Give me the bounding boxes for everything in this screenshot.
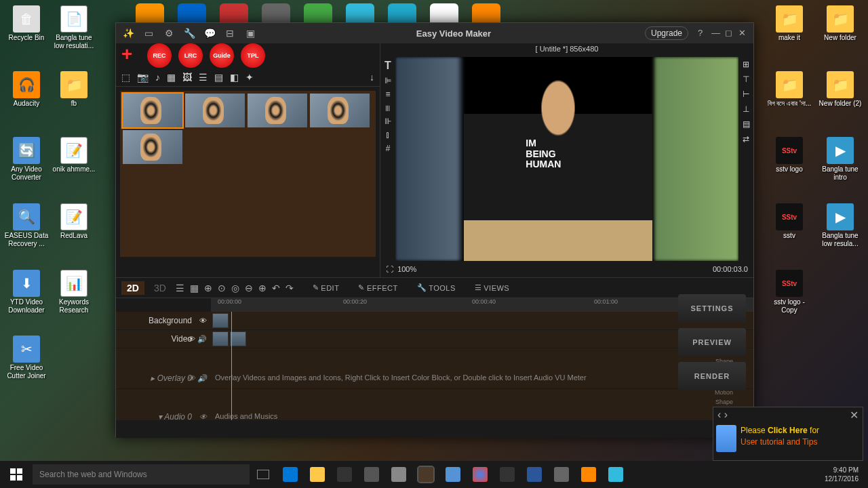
music-icon[interactable]: ♪ — [155, 72, 160, 83]
popup-prev-icon[interactable]: ‹ — [717, 409, 721, 420]
track-audio[interactable]: Audios and Musics — [211, 408, 753, 420]
list-icon[interactable]: ☰ — [199, 72, 208, 83]
media-thumb-5[interactable] — [123, 130, 182, 164]
stop-circle-icon[interactable]: ◎ — [231, 283, 239, 293]
taskbar-clock[interactable]: 9:40 PM12/17/2016 — [825, 466, 865, 483]
tb-easyvideo-icon[interactable] — [412, 461, 439, 488]
desktop-sstv[interactable]: SStvsstv — [766, 203, 812, 240]
render-button[interactable]: RENDER — [678, 362, 746, 390]
media-thumb-1[interactable] — [123, 94, 182, 127]
arrow-circle-icon[interactable]: ⊕ — [204, 283, 212, 293]
crop-icon[interactable]: ⬚ — [121, 72, 130, 83]
undo-icon[interactable]: ↶ — [272, 283, 280, 293]
edit-button[interactable]: ✎ EDIT — [313, 283, 340, 292]
camera-icon[interactable]: 📷 — [137, 72, 149, 83]
desktop-banglatune-intro[interactable]: ▶Bangla tune intro — [817, 137, 863, 182]
disk-icon[interactable]: ⊟ — [222, 25, 238, 41]
grid-view-icon[interactable]: ▦ — [190, 283, 199, 293]
help-icon[interactable]: ? — [698, 28, 709, 39]
track-video[interactable] — [211, 330, 753, 348]
tb-word-icon[interactable] — [521, 461, 548, 488]
mode-3d-button[interactable]: 3D — [150, 281, 170, 295]
tb-app7-icon[interactable] — [602, 461, 629, 488]
track-bg[interactable] — [211, 312, 753, 329]
chat-icon[interactable]: 💬 — [201, 25, 218, 41]
tb-app2-icon[interactable] — [385, 461, 412, 488]
desktop-keywords[interactable]: 📊Keywords Research — [51, 270, 97, 314]
tb-edge-icon[interactable] — [277, 461, 304, 488]
add-button[interactable]: + — [121, 46, 140, 65]
tb-app3-icon[interactable] — [439, 461, 467, 488]
popup-text[interactable]: Please Click Here for User tutorial and … — [741, 425, 819, 452]
wrench-icon[interactable]: 🔧 — [181, 25, 197, 41]
desktop-cutter[interactable]: ✂Free Video Cutter Joiner — [3, 336, 50, 380]
play-circle-icon[interactable]: ⊙ — [218, 283, 226, 293]
media-thumb-3[interactable] — [248, 94, 307, 127]
color-icon[interactable]: ◧ — [230, 72, 239, 83]
mode-2d-button[interactable]: 2D — [121, 281, 144, 295]
fullscreen-icon[interactable]: ⛶ — [386, 265, 393, 273]
views-button[interactable]: ☰ VIEWS — [475, 283, 509, 292]
tb-store-icon[interactable] — [331, 461, 358, 488]
tb-app4-icon[interactable] — [494, 461, 521, 488]
media-thumb-2[interactable] — [185, 94, 245, 127]
grid-icon[interactable]: # — [386, 144, 391, 153]
align-bottom-icon[interactable]: ⊥ — [743, 104, 749, 114]
desktop-onik[interactable]: 📝onik ahmme... — [51, 137, 97, 174]
desktop-fb[interactable]: 📁fb — [51, 71, 97, 108]
tools-button[interactable]: 🔧 TOOLS — [417, 283, 456, 292]
desktop-sstvlogo[interactable]: SStvsstv logo — [766, 137, 812, 174]
lrc-button[interactable]: LRC — [178, 43, 203, 68]
timeline-ruler[interactable]: 00:00:00 00:00:20 00:00:40 00:01:00 — [211, 298, 753, 312]
effect-button[interactable]: ✎ EFFECT — [358, 283, 397, 292]
tb-explorer-icon[interactable] — [304, 461, 331, 488]
desktop-easeus[interactable]: 🔍EASEUS Data Recovery ... — [3, 203, 50, 248]
align-h-icon[interactable]: ⫼ — [384, 103, 392, 113]
screen-icon[interactable]: ▣ — [242, 25, 258, 41]
tb-app6-icon[interactable] — [575, 461, 602, 488]
playhead[interactable] — [231, 312, 232, 420]
desktop-sstvlogo-copy[interactable]: SStvsstv logo - Copy — [766, 270, 812, 314]
eye-icon[interactable]: 👁 🔊 — [188, 335, 207, 344]
maximize-icon[interactable]: ◻ — [725, 28, 736, 39]
bars-icon[interactable]: ▤ — [214, 72, 223, 83]
settings-button[interactable]: SETTINGS — [678, 294, 746, 323]
tb-chrome2-icon[interactable] — [467, 461, 494, 488]
align-center-icon[interactable]: ≡ — [385, 89, 390, 99]
track-overlay[interactable]: Overlay Videos and Images and Icons, Rig… — [211, 369, 753, 387]
snap-icon[interactable]: ⊞ — [743, 60, 749, 69]
upgrade-button[interactable]: Upgrade — [645, 26, 688, 40]
taskview-icon[interactable] — [250, 461, 277, 488]
zoom-out-icon[interactable]: ⊖ — [245, 283, 253, 293]
list-view-icon[interactable]: ☰ — [176, 283, 184, 293]
video-icon[interactable]: ▦ — [167, 72, 176, 83]
desktop-bigboss[interactable]: 📁বিগ বসে এবার 'সা... — [766, 71, 812, 108]
puzzle-icon[interactable]: ✦ — [245, 72, 254, 83]
desktop-ytd[interactable]: ⬇YTD Video Downloader — [3, 270, 50, 314]
swap-icon[interactable]: ⇄ — [743, 134, 749, 144]
taskbar-search[interactable]: Search the web and Windows — [33, 464, 250, 485]
tb-app5-icon[interactable] — [548, 461, 575, 488]
tb-app1-icon[interactable] — [358, 461, 385, 488]
popup-next-icon[interactable]: › — [724, 409, 728, 420]
rec-button[interactable]: REC — [147, 43, 172, 68]
tpl-button[interactable]: TPL — [241, 43, 265, 68]
folder-icon[interactable]: ▭ — [140, 25, 157, 41]
image-icon[interactable]: 🖼 — [182, 72, 192, 83]
desktop-makeit[interactable]: 📁make it — [766, 5, 812, 42]
start-button[interactable] — [3, 461, 30, 488]
desktop-audacity[interactable]: 🎧Audacity — [3, 71, 50, 108]
zoom-in-icon[interactable]: ⊕ — [258, 283, 267, 293]
media-thumb-4[interactable] — [310, 94, 370, 127]
eye-icon[interactable]: 👁 🔊 — [188, 373, 207, 382]
desktop-newfolder2[interactable]: 📁New folder (2) — [817, 71, 863, 108]
desktop-bangla-tune[interactable]: 📄Bangla tune low resulati... — [51, 5, 97, 50]
desktop-banglatune-low[interactable]: ▶Bangla tune low resula... — [817, 203, 863, 248]
download-icon[interactable]: ↓ — [370, 72, 374, 83]
layers-icon[interactable]: ▤ — [743, 119, 750, 129]
align-v-icon[interactable]: ⊪ — [384, 117, 391, 126]
minimize-icon[interactable]: — — [711, 28, 722, 39]
desktop-recycle-bin[interactable]: 🗑Recycle Bin — [3, 5, 50, 42]
align-top-icon[interactable]: ⊤ — [743, 75, 749, 84]
gear-icon[interactable]: ⚙ — [161, 25, 177, 41]
